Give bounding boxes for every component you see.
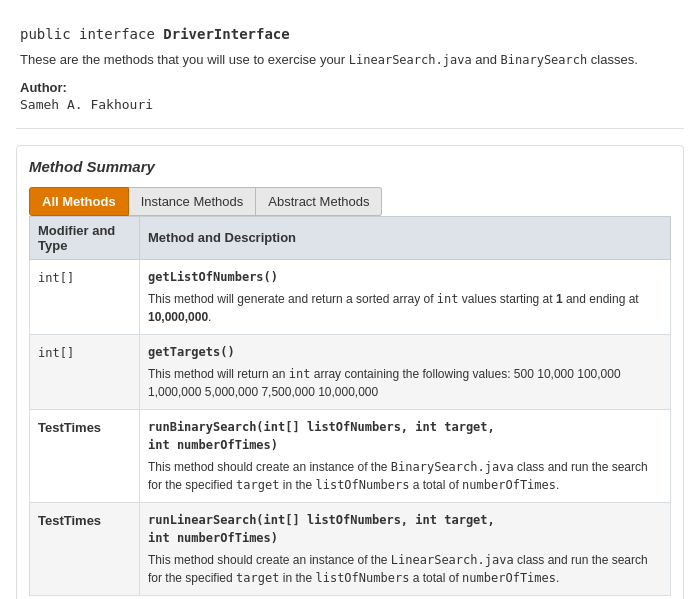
interface-title: public interface DriverInterface bbox=[20, 26, 680, 42]
method-summary-title: Method Summary bbox=[29, 158, 671, 175]
table-row-type: TestTimes bbox=[30, 409, 140, 502]
tab-bar: All Methods Instance Methods Abstract Me… bbox=[29, 187, 671, 216]
author-name: Sameh A. Fakhouri bbox=[20, 97, 680, 112]
method-summary-box: Method Summary All Methods Instance Meth… bbox=[16, 145, 684, 600]
table-row: runLinearSearch(int[] listOfNumbers, int… bbox=[140, 502, 671, 595]
col-modifier-type: Modifier and Type bbox=[30, 216, 140, 259]
table-row: getListOfNumbers()This method will gener… bbox=[140, 259, 671, 334]
method-signature: getTargets() bbox=[148, 343, 662, 361]
tab-instance-methods[interactable]: Instance Methods bbox=[129, 187, 257, 216]
method-description: This method will return an int array con… bbox=[148, 365, 662, 401]
methods-table: Modifier and Type Method and Description… bbox=[29, 216, 671, 596]
interface-description: These are the methods that you will use … bbox=[20, 50, 680, 70]
table-row: getTargets()This method will return an i… bbox=[140, 334, 671, 409]
tab-all-methods[interactable]: All Methods bbox=[29, 187, 129, 216]
method-signature: runLinearSearch(int[] listOfNumbers, int… bbox=[148, 511, 662, 547]
method-signature: runBinarySearch(int[] listOfNumbers, int… bbox=[148, 418, 662, 454]
table-row: runBinarySearch(int[] listOfNumbers, int… bbox=[140, 409, 671, 502]
interface-keyword: public interface bbox=[20, 26, 163, 42]
tab-abstract-methods[interactable]: Abstract Methods bbox=[256, 187, 382, 216]
interface-classname: DriverInterface bbox=[163, 26, 289, 42]
method-signature: getListOfNumbers() bbox=[148, 268, 662, 286]
header-section: public interface DriverInterface These a… bbox=[16, 16, 684, 129]
table-row-type: int[] bbox=[30, 334, 140, 409]
col-method-desc: Method and Description bbox=[140, 216, 671, 259]
table-row-type: int[] bbox=[30, 259, 140, 334]
method-description: This method will generate and return a s… bbox=[148, 290, 662, 326]
table-row-type: TestTimes bbox=[30, 502, 140, 595]
method-description: This method should create an instance of… bbox=[148, 458, 662, 494]
author-label: Author: bbox=[20, 80, 680, 95]
method-description: This method should create an instance of… bbox=[148, 551, 662, 587]
